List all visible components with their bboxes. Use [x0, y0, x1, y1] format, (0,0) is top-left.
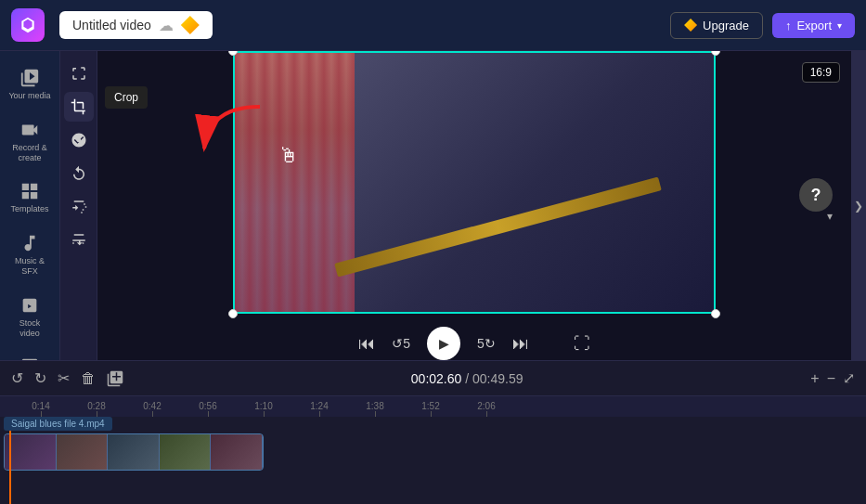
- ruler-mark-4: 0:56: [180, 401, 236, 417]
- timeline-right-buttons: + − ⤢: [810, 369, 855, 387]
- clip-thumb-5: [211, 434, 263, 470]
- video-clip[interactable]: [4, 433, 264, 471]
- tool-transform[interactable]: [64, 58, 94, 88]
- crop-handle-tr[interactable]: [711, 51, 720, 56]
- timeline-toolbar: ↺ ↻ ✂ 🗑 00:02.60 / 00:49.59 + − ⤢: [0, 361, 866, 396]
- app-logo: [11, 8, 45, 42]
- collapse-panel-arrow[interactable]: ▾: [827, 210, 833, 223]
- timeline-ruler: 0:14 0:28 0:42 0:56 1:10 1:24: [0, 396, 866, 417]
- tool-flip-v[interactable]: [64, 226, 94, 255]
- tools-panel: Crop: [60, 51, 97, 360]
- ruler-mark-9: 2:06: [459, 401, 514, 417]
- upgrade-label: Upgrade: [703, 19, 749, 32]
- tool-rotate[interactable]: [64, 159, 94, 188]
- sidebar-item-media[interactable]: Your media: [3, 60, 57, 109]
- delete-button[interactable]: 🗑: [81, 370, 96, 387]
- ruler-marks: 0:14 0:28 0:42 0:56 1:10 1:24: [4, 401, 862, 417]
- time-display: 00:02.60 / 00:49.59: [135, 371, 799, 386]
- video-icon: [19, 120, 40, 140]
- zoom-in-button[interactable]: +: [810, 370, 819, 387]
- title-area: Untitled video ☁: [59, 11, 670, 39]
- aspect-ratio-badge: 16:9: [802, 62, 840, 83]
- diamond-badge: [181, 16, 200, 34]
- ruler-mark-1: 0:14: [13, 401, 69, 417]
- flip-h-icon: [71, 199, 87, 215]
- timeline-tracks: Saigal blues file 4.mp4: [0, 417, 866, 504]
- music-icon: [19, 233, 40, 253]
- main-body: Your media Record & create Templates Mus…: [0, 51, 866, 360]
- tool-flip-h[interactable]: [64, 192, 94, 222]
- ruler-mark-8: 1:52: [403, 401, 459, 417]
- topbar: Untitled video ☁ Upgrade ↑ Export ▾: [0, 0, 866, 51]
- ruler-mark-3: 0:42: [124, 401, 180, 417]
- upgrade-diamond-icon: [684, 19, 697, 32]
- track-row-video: [0, 433, 866, 480]
- clip-thumb-3: [108, 434, 160, 470]
- video-person: [355, 53, 714, 312]
- fit-timeline-button[interactable]: ⤢: [843, 369, 855, 387]
- crop-handle-br[interactable]: [711, 309, 720, 318]
- ruler-mark-2: 0:28: [69, 401, 124, 417]
- video-title: Untitled video: [72, 18, 151, 32]
- ruler-mark-6: 1:24: [291, 401, 347, 417]
- help-button[interactable]: ?: [799, 178, 833, 212]
- play-square-icon: [19, 295, 40, 316]
- play-button[interactable]: ▶: [427, 327, 460, 360]
- export-label: Export: [796, 19, 832, 32]
- bottom-area: ↺ ↻ ✂ 🗑 00:02.60 / 00:49.59 + − ⤢ 0:14 0…: [0, 360, 866, 504]
- title-box[interactable]: Untitled video ☁: [59, 11, 213, 39]
- undo-button[interactable]: ↺: [11, 369, 23, 387]
- cut-button[interactable]: ✂: [58, 369, 70, 387]
- forward-5s-button[interactable]: 5↻: [477, 336, 496, 351]
- fullscreen-button[interactable]: ⛶: [574, 334, 590, 354]
- time-separator: /: [465, 371, 472, 386]
- flip-v-icon: [71, 232, 87, 249]
- tool-ai[interactable]: [64, 125, 94, 155]
- zoom-out-button[interactable]: −: [827, 370, 835, 387]
- video-canvas: [233, 51, 716, 314]
- ruler-mark-7: 1:38: [347, 401, 403, 417]
- playback-controls: ⏮ ↺5 ▶ 5↻ ⏭ ⛶: [358, 327, 590, 360]
- redo-button[interactable]: ↻: [34, 369, 46, 387]
- skip-forward-button[interactable]: ⏭: [512, 334, 529, 354]
- film-icon: [19, 68, 40, 88]
- rewind-5s-button[interactable]: ↺5: [392, 336, 410, 351]
- clip-thumb-2: [57, 434, 109, 470]
- sidebar-item-stock-images[interactable]: Stock images: [3, 349, 57, 360]
- ruler-mark-0: [4, 401, 13, 417]
- upload-icon: ↑: [785, 19, 792, 32]
- clip-thumb-1: [5, 434, 57, 470]
- sidebar-label-templates: Templates: [10, 204, 48, 214]
- cloud-icon: ☁: [159, 17, 174, 34]
- crop-icon: [71, 98, 87, 115]
- topbar-right: Upgrade ↑ Export ▾: [670, 12, 855, 39]
- video-area: 16:9 🖱: [97, 51, 851, 360]
- sidebar-label-record: Record & create: [8, 143, 51, 163]
- upgrade-button[interactable]: Upgrade: [670, 12, 763, 39]
- time-total: 00:49.59: [472, 371, 523, 386]
- add-to-timeline-button[interactable]: [107, 370, 123, 387]
- export-button[interactable]: ↑ Export ▾: [772, 13, 855, 38]
- sidebar-item-stock-video[interactable]: Stock video: [3, 288, 57, 346]
- video-content: [235, 53, 714, 312]
- sidebar-label-stock-video: Stock video: [8, 318, 51, 339]
- tool-crop[interactable]: [64, 92, 94, 122]
- sidebar-item-music[interactable]: Music & SFX: [3, 226, 57, 284]
- clip-thumb-4: [160, 434, 212, 470]
- sidebar-item-templates[interactable]: Templates: [3, 174, 57, 222]
- timeline-add-icon: [107, 370, 123, 387]
- clip-thumb-strip: [5, 434, 263, 470]
- sidebar-label-music: Music & SFX: [8, 256, 51, 277]
- ai-icon: [71, 132, 87, 149]
- ruler-mark-5: 1:10: [236, 401, 291, 417]
- track-label: Saigal blues file 4.mp4: [4, 417, 112, 431]
- sidebar-item-record[interactable]: Record & create: [3, 112, 57, 171]
- sidebar-label-media: Your media: [8, 91, 50, 101]
- right-panel-handle[interactable]: ❯: [851, 51, 866, 360]
- time-current: 00:02.60: [411, 371, 462, 386]
- left-sidebar: Your media Record & create Templates Mus…: [0, 51, 60, 360]
- grid-icon: [19, 181, 40, 201]
- crop-handle-bl[interactable]: [228, 309, 238, 318]
- skip-back-button[interactable]: ⏮: [358, 334, 375, 354]
- transform-icon: [71, 65, 87, 82]
